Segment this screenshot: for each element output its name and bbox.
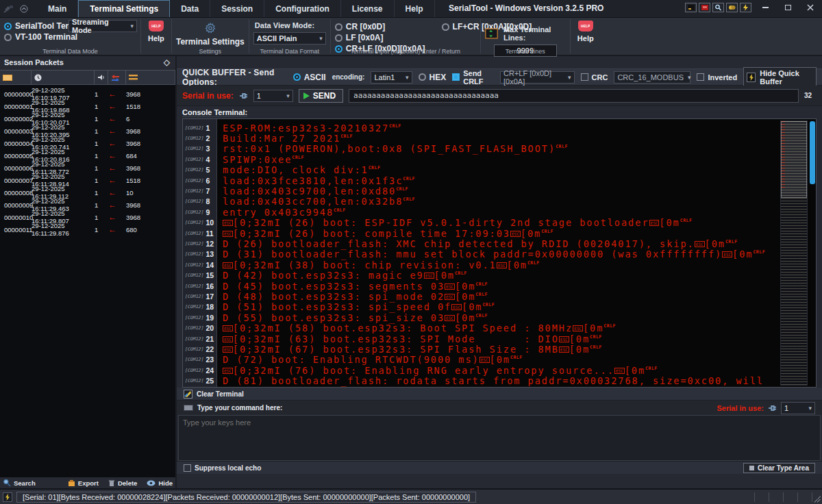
line-number: 13 (206, 250, 214, 258)
terminal-minimap[interactable] (780, 121, 808, 386)
c-dir: ← (108, 226, 126, 233)
console-terminal[interactable]: [COM12]1ESP-ROM:esp32s3-20210327CRLF[COM… (182, 118, 817, 388)
c-bytes: 3968 (126, 127, 175, 135)
packet-row[interactable]: 0000000229-12-2025 16:10:20.0711←6 (0, 111, 175, 123)
packet-row[interactable]: 0000000929-12-2025 16:11:29.4631←3968 (0, 197, 175, 210)
data-view-mode-dropdown[interactable]: ASCII Plain ▾ (253, 32, 326, 45)
diamond-icon[interactable]: ◇ (164, 58, 170, 67)
channel-label: [COM12] (185, 304, 203, 310)
serial-in-use-label-2: Serial in use: (717, 404, 764, 412)
send-button[interactable]: SEND (299, 89, 343, 103)
terminal-data-format-group-label: Terminal Data Format (249, 48, 330, 55)
serial-port-dropdown[interactable]: 1▾ (253, 90, 293, 102)
close-button[interactable] (801, 2, 819, 13)
packet-row[interactable]: 0000001029-12-2025 16:11:29.8071←3968 (0, 210, 175, 222)
export-label: Export (78, 479, 99, 487)
terminal-line: [COM12]24ESC[0;32mI (76) boot: Enabling … (183, 365, 779, 375)
type-area[interactable] (178, 415, 821, 461)
search-tool-icon[interactable] (712, 3, 724, 12)
tab-license[interactable]: License (341, 0, 395, 17)
channel-label: [COM12] (185, 210, 203, 215)
screen-tool-icon[interactable] (685, 3, 697, 12)
packet-row[interactable]: 0000000629-12-2025 16:11:28.7721←3968 (0, 160, 175, 173)
line-number: 15 (206, 271, 214, 279)
packet-row[interactable]: 0000000429-12-2025 16:10:20.7411←3968 (0, 136, 175, 148)
packet-row[interactable]: 0000000129-12-2025 16:10:19.8681←1518 (0, 99, 175, 111)
packet-row[interactable]: 0000000829-12-2025 16:11:29.1121←10 (0, 185, 175, 197)
line-number: 10 (206, 218, 214, 227)
crc-type-value: CRC_16_MODBUS (617, 73, 684, 81)
hex-radio[interactable]: HEX (419, 73, 447, 82)
flash-tool-icon[interactable] (740, 3, 751, 12)
timestamp-column-icon[interactable] (32, 71, 95, 84)
tab-configuration[interactable]: Configuration (264, 0, 341, 17)
channel-label: [COM12] (185, 315, 203, 320)
terminal-lines-icon (485, 27, 498, 40)
maximize-button[interactable] (779, 2, 797, 13)
status-icon[interactable] (3, 492, 12, 502)
hide-label: Hide (158, 479, 173, 487)
packet-row[interactable]: 0000001129-12-2025 16:11:29.8761←680 (0, 222, 175, 234)
record-tool-icon[interactable] (699, 3, 710, 12)
minimap-viewport[interactable] (781, 121, 807, 198)
scrollbar-thumb[interactable] (810, 121, 815, 184)
packet-row[interactable]: 0000000029-12-2025 16:10:19.7071←3968 (0, 86, 175, 99)
coins-tool-icon[interactable] (726, 3, 738, 12)
hide-button[interactable]: Hide (147, 479, 173, 487)
port-column-icon[interactable] (95, 71, 108, 84)
crlf-dropdown[interactable]: CR+LF [0x0D][0x0A]▾ (500, 71, 575, 84)
bytes-column-icon[interactable] (126, 71, 175, 84)
minimize-button[interactable] (756, 2, 774, 13)
channel-label: [COM12] (185, 220, 203, 225)
tab-data[interactable]: Data (170, 0, 210, 17)
ribbon-collapse-icon[interactable] (18, 0, 30, 17)
resize-grip[interactable] (814, 496, 821, 503)
hide-quick-buffer-button[interactable]: Hide Quick Buffer (743, 67, 817, 88)
help-label: Help (577, 34, 594, 42)
line-number: 26 (206, 387, 214, 388)
tab-session[interactable]: Session (210, 0, 264, 17)
packet-row[interactable]: 0000000729-12-2025 16:11:28.9141←1518 (0, 173, 175, 185)
line-ending-radio-1[interactable]: LF [0x0A] (335, 33, 425, 42)
packet-id-column-icon[interactable] (0, 71, 32, 84)
c-dir: ← (108, 201, 126, 208)
terminal-text: D (72) boot: Enabling RTCWDT(9000 ms)ESC… (217, 354, 523, 365)
serial-port-dropdown-2[interactable]: 1▾ (781, 402, 815, 414)
inverted-checkbox[interactable]: Inverted (697, 73, 737, 81)
suppress-local-echo-checkbox[interactable]: Suppress local echo (184, 464, 261, 472)
settings-group: Terminal Settings Settings (172, 18, 249, 55)
direction-column-icon[interactable] (108, 71, 126, 84)
line-number: 12 (206, 240, 214, 248)
terminal-text: ESC[0;32mI (26) boot: ESP-IDF v5.0.1-dir… (217, 217, 692, 228)
data-view-mode-value: ASCII Plain (257, 34, 297, 42)
terminal-text: ESC[0;32mI (76) boot: Enabling RNG early… (217, 365, 658, 376)
export-button[interactable]: Export (68, 479, 99, 487)
encoding-dropdown[interactable]: Latin1▾ (371, 71, 412, 84)
streaming-mode-dropdown[interactable]: Streaming Mode ▾ (68, 20, 137, 32)
tab-terminal-settings[interactable]: Terminal Settings (78, 0, 170, 17)
packet-row[interactable]: 0000000329-12-2025 16:10:20.3951←3968 (0, 123, 175, 136)
send-input[interactable] (349, 89, 799, 103)
search-button[interactable]: Search (3, 479, 36, 487)
terminal-line: [COM12]20ESC[0;32mI (58) boot.esp32s3: B… (183, 323, 779, 333)
line-number: 4 (206, 155, 210, 164)
send-crlf-checkbox[interactable]: Send CRLF (452, 69, 494, 86)
crc-type-dropdown[interactable]: CRC_16_MODBUS▾ (614, 71, 690, 84)
help-button-2[interactable]: HELP Help (571, 18, 601, 55)
ascii-radio[interactable]: ASCII (293, 73, 326, 82)
tab-main[interactable]: Main (37, 0, 78, 17)
delete-button[interactable]: Delete (108, 479, 138, 487)
clear-terminal-button[interactable]: Clear Terminal (184, 390, 244, 399)
line-number: 1 (206, 124, 210, 132)
tab-help[interactable]: Help (395, 0, 435, 17)
help-button-1[interactable]: HELP Help (141, 18, 171, 55)
line-number: 22 (206, 345, 214, 353)
terminal-line: [COM12]9entry 0x403c9948CRLF (183, 207, 779, 217)
line-ending-radio-0[interactable]: CR [0x0D] (335, 22, 425, 32)
clear-type-area-button[interactable]: Clear Type Area (743, 463, 815, 473)
crc-checkbox[interactable]: CRC (581, 73, 608, 81)
checkbox-icon (452, 73, 460, 81)
packet-row[interactable]: 0000000529-12-2025 16:10:20.8161←684 (0, 148, 175, 160)
export-icon (68, 479, 75, 487)
c-bytes: 1518 (126, 177, 175, 184)
